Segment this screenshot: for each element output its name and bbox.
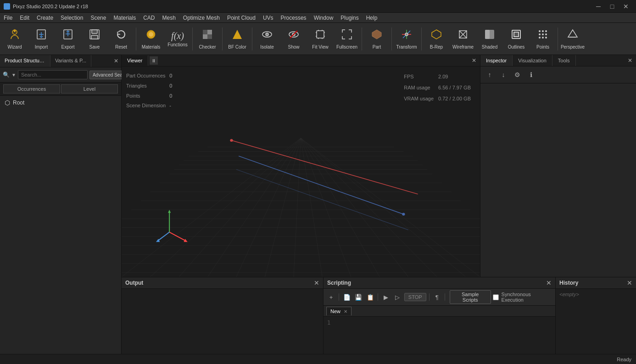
sync-exec-checkbox[interactable]	[493, 294, 499, 300]
output-title: Output	[125, 280, 143, 286]
wizard-button[interactable]: Wizard	[2, 25, 28, 53]
minimize-button[interactable]: ─	[592, 1, 605, 11]
export-button[interactable]: Export	[55, 25, 81, 53]
scripting-tab-new[interactable]: New ✕	[326, 307, 351, 315]
sc-save-file[interactable]: 💾	[354, 292, 363, 302]
output-close[interactable]: ✕	[314, 279, 319, 287]
menu-plugins[interactable]: Plugins	[337, 13, 362, 23]
brep-button[interactable]: B-Rep	[424, 25, 449, 53]
fullscreen-label: Fullscreen	[336, 44, 357, 50]
tab-inspector[interactable]: Inspector	[480, 55, 513, 66]
menu-mesh[interactable]: Mesh	[159, 13, 179, 23]
menu-create[interactable]: Create	[33, 13, 57, 23]
menu-selection[interactable]: Selection	[57, 13, 87, 23]
wireframe-button[interactable]: Wireframe	[450, 25, 476, 53]
viewer-stats: Part Occurrences0 Triangles0 Points0 Sce…	[126, 71, 176, 111]
sc-stop-button[interactable]: STOP	[404, 293, 426, 301]
transform-button[interactable]: Transform	[394, 25, 419, 53]
sc-run-selection[interactable]: ▷	[393, 292, 402, 302]
menu-processes[interactable]: Processes	[277, 13, 310, 23]
inspector-settings[interactable]: ⚙	[512, 69, 523, 80]
materials-button[interactable]: Materials	[138, 25, 164, 53]
sc-open-file[interactable]: 📄	[342, 292, 351, 302]
svg-point-22	[405, 33, 408, 36]
reset-button[interactable]: Reset	[108, 25, 134, 53]
scripting-panel-header: Scripting ✕	[324, 277, 555, 289]
shaded-button[interactable]: Shaded	[477, 25, 502, 53]
menu-window[interactable]: Window	[310, 13, 337, 23]
svg-point-73	[230, 139, 233, 142]
menu-uvs[interactable]: UVs	[259, 13, 277, 23]
tab-visualization[interactable]: Visualization	[513, 55, 552, 66]
history-close[interactable]: ✕	[627, 279, 632, 287]
viewer-tab[interactable]: Viewer	[122, 55, 148, 66]
isolate-icon	[261, 28, 273, 44]
svg-point-34	[542, 33, 544, 35]
checker-icon	[201, 28, 214, 44]
show-button[interactable]: Show	[281, 25, 307, 53]
perspective-button[interactable]: Perspective	[560, 25, 586, 53]
close-button[interactable]: ✕	[619, 1, 632, 11]
sc-save-as[interactable]: 📋	[365, 292, 375, 302]
history-panel-header: History ✕	[556, 277, 636, 289]
tab-product-structure[interactable]: Product Structure (Tr...	[0, 55, 50, 67]
svg-rect-4	[92, 30, 97, 33]
toolbar-separator-4	[252, 28, 252, 50]
sc-run[interactable]: ▶	[381, 292, 391, 302]
scripting-panel: Scripting ✕ + 📄 💾 📋 ▶ ▷ STOP ¶ Samp	[324, 277, 556, 354]
menu-materials[interactable]: Materials	[110, 13, 139, 23]
points-button[interactable]: Points	[530, 25, 556, 53]
sync-exec-area: Synchronous Execution	[493, 292, 552, 303]
tab-variants[interactable]: Variants & P...	[50, 55, 91, 67]
menu-help[interactable]: Help	[363, 13, 381, 23]
isolate-button[interactable]: Isolate	[254, 25, 280, 53]
sc-new-file[interactable]: +	[326, 292, 336, 302]
part-occ-label: Part Occurrences	[126, 71, 169, 81]
search-input[interactable]	[18, 70, 88, 79]
left-panel-close[interactable]: ✕	[111, 55, 121, 67]
root-icon: ⬡	[5, 99, 10, 106]
part-button[interactable]: Part	[364, 25, 390, 53]
wizard-icon	[8, 28, 21, 44]
menu-edit[interactable]: Edit	[16, 13, 33, 23]
save-button[interactable]: Save	[82, 25, 107, 53]
sc-format[interactable]: ¶	[432, 292, 442, 302]
ram-label: RAM usage	[404, 83, 437, 93]
save-icon	[88, 28, 101, 44]
right-panel-close[interactable]: ✕	[624, 55, 636, 66]
toolbar-separator-5	[362, 28, 362, 50]
sc-tab-close[interactable]: ✕	[344, 309, 347, 314]
vram-label: VRAM usage	[404, 94, 437, 104]
inspector-info[interactable]: ℹ	[525, 69, 536, 80]
svg-rect-11	[207, 34, 212, 39]
import-button[interactable]: Import	[28, 25, 54, 53]
status-text: Ready	[617, 357, 631, 362]
sample-scripts-button[interactable]: Sample Scripts	[450, 290, 491, 304]
checker-button[interactable]: Checker	[195, 25, 220, 53]
tree-item-root[interactable]: ⬡ Root	[2, 98, 119, 108]
functions-button[interactable]: f(x) Functions	[165, 25, 190, 53]
occurrences-column[interactable]: Occurrences	[3, 84, 60, 94]
menu-optimize-mesh[interactable]: Optimize Mesh	[179, 13, 223, 23]
scripting-close[interactable]: ✕	[546, 279, 552, 287]
maximize-button[interactable]: □	[606, 1, 619, 11]
svg-point-32	[545, 30, 547, 32]
fit-view-button[interactable]: Fit View	[307, 25, 333, 53]
outlines-button[interactable]: Outlines	[503, 25, 529, 53]
fullscreen-button[interactable]: Fullscreen	[334, 25, 360, 53]
level-column[interactable]: Level	[61, 84, 118, 94]
scripting-editor[interactable]: 1	[324, 317, 555, 329]
menu-cad[interactable]: CAD	[139, 13, 158, 23]
inspector-move-up[interactable]: ↑	[484, 69, 495, 80]
inspector-move-down[interactable]: ↓	[498, 69, 509, 80]
viewer-canvas-area[interactable]: Part Occurrences0 Triangles0 Points0 Sce…	[122, 66, 480, 277]
tab-tools[interactable]: Tools	[552, 55, 576, 66]
points-icon	[536, 28, 549, 44]
menu-scene[interactable]: Scene	[87, 13, 110, 23]
viewer-pause-button[interactable]: ⏸	[150, 56, 158, 65]
viewer-close[interactable]: ✕	[468, 55, 480, 66]
reset-label: Reset	[115, 44, 127, 50]
menu-file[interactable]: File	[0, 13, 16, 23]
menu-point-cloud[interactable]: Point Cloud	[223, 13, 259, 23]
bf-color-button[interactable]: BF Color	[224, 25, 250, 53]
